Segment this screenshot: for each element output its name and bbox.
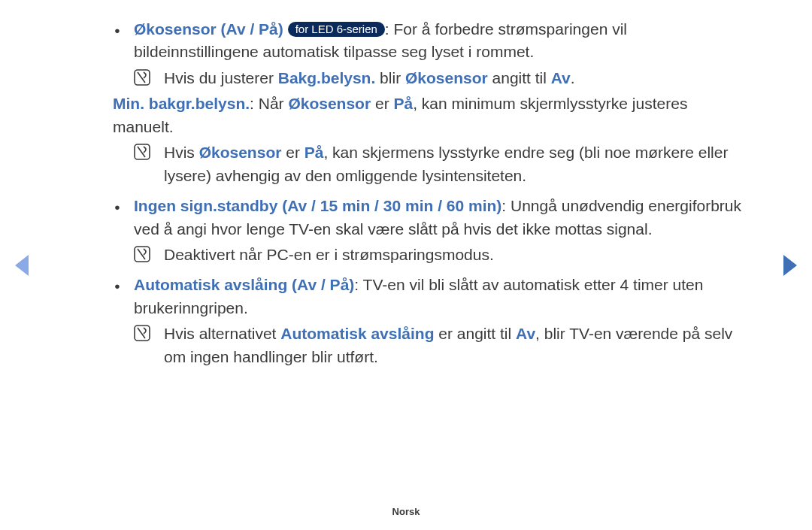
bullet-icon bbox=[113, 195, 134, 219]
text: er angitt til bbox=[434, 325, 516, 342]
term-av: Av bbox=[551, 69, 571, 86]
term-bakgbelysn: Bakg.belysn. bbox=[278, 69, 376, 86]
note-body: Deaktivert når PC-en er i strømsparingsm… bbox=[164, 244, 744, 266]
next-page-arrow[interactable] bbox=[783, 255, 797, 276]
term-okosensor-inline2: Økosensor bbox=[288, 95, 371, 112]
text: : Når bbox=[250, 95, 288, 112]
svg-rect-2 bbox=[135, 247, 150, 262]
term-okosensor-inline3: Økosensor bbox=[199, 144, 282, 161]
note-body: Hvis alternativet Automatisk avslåing er… bbox=[164, 323, 744, 368]
sub-min-bakgr: Min. bakgr.belysn.: Når Økosensor er På,… bbox=[113, 92, 744, 138]
bullet-okosensor: Økosensor (Av / På) for LED 6-serien: Fo… bbox=[113, 18, 744, 64]
term-min-bakgr: Min. bakgr.belysn. bbox=[113, 95, 250, 112]
term-av2: Av bbox=[516, 325, 535, 342]
note-bakgbelysn: Hvis du justerer Bakg.belysn. blir Økose… bbox=[113, 67, 744, 89]
bullet-auto-off: Automatisk avslåing (Av / På): TV-en vil… bbox=[113, 274, 744, 320]
text: blir bbox=[375, 69, 405, 86]
term-auto-off: Automatisk avslåing (Av / På) bbox=[134, 276, 354, 293]
note-body: Hvis du justerer Bakg.belysn. blir Økose… bbox=[164, 67, 744, 89]
bullet-icon bbox=[113, 274, 134, 298]
note-icon bbox=[134, 244, 164, 262]
bullet-body: Økosensor (Av / På) for LED 6-serien: Fo… bbox=[134, 18, 744, 64]
text: Hvis bbox=[164, 144, 199, 161]
text: Hvis alternativet bbox=[164, 325, 280, 342]
term-okosensor: Økosensor (Av / På) bbox=[134, 20, 283, 38]
badge-led6: for LED 6-serien bbox=[288, 22, 385, 37]
svg-rect-0 bbox=[135, 70, 150, 85]
svg-rect-3 bbox=[135, 326, 150, 341]
term-okosensor-inline: Økosensor bbox=[405, 69, 488, 86]
footer-language: Norsk bbox=[0, 505, 812, 519]
text: angitt til bbox=[488, 69, 551, 86]
term-pa2: På bbox=[304, 144, 324, 161]
bullet-ingen-sign: Ingen sign.standby (Av / 15 min / 30 min… bbox=[113, 195, 744, 241]
note-pc-powersave: Deaktivert når PC-en er i strømsparingsm… bbox=[113, 244, 744, 266]
term-auto-off-inline: Automatisk avslåing bbox=[280, 325, 434, 342]
text: . bbox=[571, 69, 575, 86]
note-auto-off: Hvis alternativet Automatisk avslåing er… bbox=[113, 323, 744, 368]
bullet-body: Ingen sign.standby (Av / 15 min / 30 min… bbox=[134, 195, 744, 241]
text: Hvis du justerer bbox=[164, 69, 278, 86]
note-icon bbox=[134, 67, 164, 86]
note-icon bbox=[134, 141, 164, 160]
note-icon bbox=[134, 323, 164, 341]
bullet-icon bbox=[113, 18, 134, 42]
text: er bbox=[281, 144, 304, 161]
term-pa: På bbox=[393, 95, 413, 112]
prev-page-arrow[interactable] bbox=[15, 255, 29, 276]
svg-rect-1 bbox=[135, 144, 150, 159]
term-ingen-sign: Ingen sign.standby (Av / 15 min / 30 min… bbox=[134, 197, 501, 214]
page-content: Økosensor (Av / På) for LED 6-serien: Fo… bbox=[0, 0, 812, 368]
text: Deaktivert når PC-en er i strømsparingsm… bbox=[164, 246, 494, 263]
bullet-body: Automatisk avslåing (Av / På): TV-en vil… bbox=[134, 274, 744, 320]
note-okosensor-brightness: Hvis Økosensor er På, kan skjermens lyss… bbox=[113, 141, 744, 187]
note-body: Hvis Økosensor er På, kan skjermens lyss… bbox=[164, 141, 744, 187]
text: er bbox=[371, 95, 393, 112]
